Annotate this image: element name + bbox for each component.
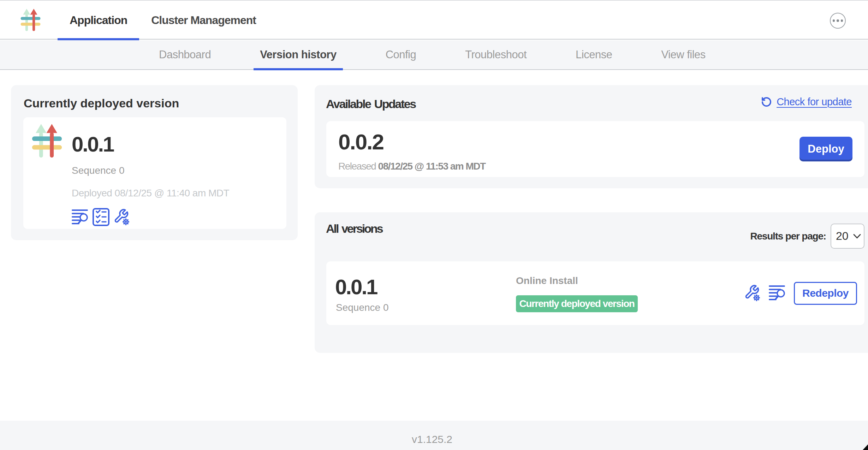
current-version-deployed-at: Deployed 08/12/25 @ 11:40 am MDT: [72, 188, 229, 199]
view-logs-icon[interactable]: [72, 209, 89, 226]
header-tabs: Application Cluster Management: [58, 1, 268, 40]
all-versions-panel: All versions Results per page: 20 0.0.1 …: [315, 212, 868, 353]
check-for-update-link[interactable]: Check for update: [761, 96, 852, 108]
redeploy-button[interactable]: Redeploy: [794, 282, 857, 305]
current-version-sequence: Sequence 0: [72, 165, 124, 176]
app-logo-icon: [20, 8, 41, 31]
row-version-number: 0.0.1: [335, 275, 377, 299]
subnav-tab-dashboard[interactable]: Dashboard: [153, 40, 217, 70]
app-icon: [32, 124, 62, 158]
app-subnav: Dashboard Version history Config Trouble…: [0, 40, 868, 70]
current-version-number: 0.0.1: [72, 132, 113, 156]
page-footer: v1.125.2: [0, 421, 868, 450]
available-updates-panel: Available Updates Check for update 0.0.2…: [315, 85, 868, 188]
version-row-actions: Redeploy: [744, 261, 857, 325]
available-updates-title: Available Updates: [326, 97, 416, 111]
subnav-tab-version-history[interactable]: Version history: [254, 40, 343, 70]
deploy-button[interactable]: Deploy: [799, 137, 852, 161]
currently-deployed-title: Currently deployed version: [24, 96, 179, 110]
edit-config-icon[interactable]: [113, 208, 130, 226]
top-navigation-bar: Application Cluster Management: [0, 0, 868, 40]
currently-deployed-card: 0.0.1 Sequence 0 Deployed 08/12/25 @ 11:…: [23, 117, 286, 229]
subnav-tab-troubleshoot[interactable]: Troubleshoot: [459, 40, 533, 70]
edit-config-icon[interactable]: [744, 284, 760, 302]
currently-deployed-panel: Currently deployed version 0.0.1 Sequenc…: [11, 85, 298, 240]
subnav-tab-config[interactable]: Config: [379, 40, 423, 70]
chevron-down-icon: [853, 233, 861, 239]
update-released-line: Released 08/12/25 @ 11:53 am MDT: [338, 161, 486, 172]
version-row: 0.0.1 Sequence 0 Online Install Currentl…: [326, 261, 864, 325]
available-update-card: 0.0.2 Released 08/12/25 @ 11:53 am MDT D…: [326, 121, 864, 177]
results-per-page-control: Results per page: 20: [750, 224, 864, 249]
tab-cluster-management[interactable]: Cluster Management: [139, 1, 268, 40]
results-per-page-label: Results per page:: [750, 231, 826, 242]
view-logs-icon[interactable]: [769, 285, 786, 302]
subnav-tab-view-files[interactable]: View files: [655, 40, 712, 70]
currently-deployed-badge: Currently deployed version: [516, 295, 638, 312]
results-per-page-select[interactable]: 20: [831, 224, 864, 249]
admin-console-version: v1.125.2: [412, 433, 452, 445]
ellipsis-icon: [833, 19, 835, 22]
subnav-tab-license[interactable]: License: [569, 40, 618, 70]
all-versions-title: All versions: [326, 222, 382, 236]
preflight-checks-icon[interactable]: [93, 208, 109, 226]
update-version-number: 0.0.2: [338, 129, 384, 154]
tab-cluster-management-label: Cluster Management: [151, 14, 256, 27]
current-version-actions: [72, 208, 130, 226]
tab-application-label: Application: [70, 14, 127, 27]
more-menu-button[interactable]: [830, 13, 846, 29]
tab-application[interactable]: Application: [58, 1, 139, 40]
refresh-icon: [761, 96, 772, 107]
install-type-label: Online Install: [516, 275, 578, 286]
row-version-sequence: Sequence 0: [336, 302, 388, 313]
